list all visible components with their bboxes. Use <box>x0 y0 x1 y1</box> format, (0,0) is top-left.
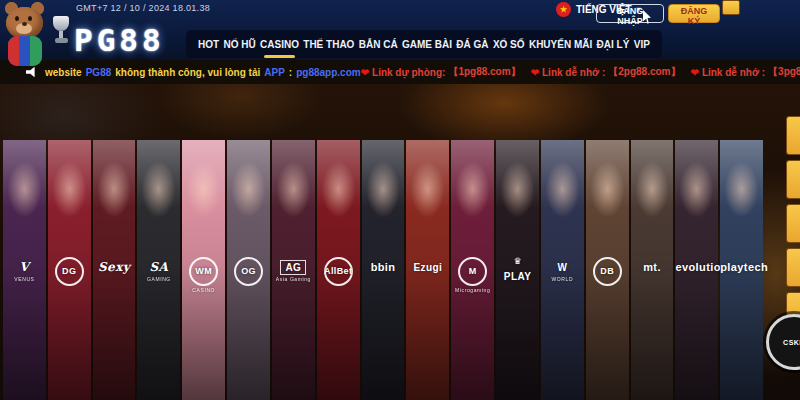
crown-icon: ♛ <box>496 257 539 266</box>
provider-name: playtech <box>720 261 768 273</box>
nav-item[interactable]: BẮN CÁ <box>359 39 398 50</box>
provider-logo: OG <box>227 257 270 286</box>
provider-name: OG <box>234 257 263 286</box>
provider-logo: DB <box>586 257 629 286</box>
contact-sidebar <box>786 116 800 331</box>
backup-link[interactable]: ❤ Link dễ nhớ : 【3pg88.com】 <box>690 65 800 79</box>
pg88-casino-page: PG88 GMT+7 12 / 10 / 2024 18.01.38 ★ TIẾ… <box>0 0 800 400</box>
provider-name: W <box>557 262 567 273</box>
vietnam-flag-icon: ★ <box>556 2 571 17</box>
provider-strip[interactable]: AG Asia Gaming <box>272 140 315 400</box>
provider-subtitle: Asia Gaming <box>272 277 315 283</box>
contact-button[interactable] <box>786 160 800 199</box>
heart-icon: ❤ <box>531 67 539 78</box>
gmt-timestamp: GMT+7 12 / 10 / 2024 18.01.38 <box>76 3 210 13</box>
backup-link-label: Link dễ nhớ : <box>702 67 765 78</box>
provider-logo: ♛ PLAY <box>496 257 539 284</box>
provider-logo: WM CASINO <box>182 257 225 294</box>
provider-subtitle: GAMING <box>137 277 180 283</box>
provider-strip[interactable]: mt. <box>631 140 674 400</box>
contact-button[interactable] <box>786 116 800 155</box>
nav-item[interactable]: ĐÁ GÀ <box>456 39 488 50</box>
backup-link-label: Link dễ nhớ : <box>542 67 605 78</box>
provider-name: V <box>20 260 30 274</box>
provider-strip[interactable]: DB <box>586 140 629 400</box>
nav-item[interactable]: THỂ THAO <box>303 39 354 50</box>
provider-logo: W WORLD <box>541 257 584 282</box>
notice-text: không thành công, vui lòng tải <box>115 67 260 78</box>
provider-name: Sexy <box>98 260 130 274</box>
trophy-icon <box>52 16 70 50</box>
provider-name: AG <box>280 260 306 275</box>
provider-name: SA <box>150 260 169 274</box>
announcement-bar: website PG88 không thành công, vui lòng … <box>0 60 800 84</box>
backup-link-label: Link dự phòng: <box>372 67 445 78</box>
backup-link[interactable]: ❤ Link dễ nhớ : 【2pg88.com】 <box>531 65 681 79</box>
provider-strip[interactable]: SA GAMING <box>137 140 180 400</box>
provider-name: DB <box>593 257 622 286</box>
provider-strips: V VENUS DG Sexy <box>3 140 763 400</box>
backup-link-url: 【3pg88.com】 <box>768 65 800 79</box>
main-nav: HOTNỔ HŨCASINOTHỂ THAOBẮN CÁGAME BÀIĐÁ G… <box>186 30 662 58</box>
provider-strip[interactable]: Sexy <box>93 140 136 400</box>
heart-icon: ❤ <box>690 67 698 78</box>
notice-colon: : <box>289 67 292 78</box>
provider-logo: bbin <box>362 257 405 275</box>
backup-links: ❤ Link dự phòng: 【1pg88.com】 ❤ Link dễ n… <box>361 65 800 79</box>
provider-logo: SA GAMING <box>137 257 180 282</box>
provider-strip[interactable]: M Microgaming <box>451 140 494 400</box>
provider-strip[interactable]: W WORLD <box>541 140 584 400</box>
contact-button[interactable] <box>786 248 800 287</box>
backup-link-url: 【1pg88.com】 <box>448 65 520 79</box>
provider-logo: AllBet <box>317 257 360 286</box>
nav-item[interactable]: GAME BÀI <box>402 39 452 50</box>
provider-name: bbin <box>371 261 396 273</box>
contact-button[interactable] <box>786 204 800 243</box>
provider-subtitle: VENUS <box>3 277 46 283</box>
nav-item[interactable]: VIP <box>634 39 650 50</box>
provider-strip[interactable]: ♛ PLAY <box>496 140 539 400</box>
provider-strip[interactable]: Ezugi <box>406 140 449 400</box>
support-button[interactable]: CSKH <box>766 314 800 370</box>
register-button[interactable]: ĐĂNG KÝ <box>668 4 720 23</box>
provider-name: WM <box>189 257 218 286</box>
nav-item[interactable]: XỔ SỐ <box>493 39 525 50</box>
backup-link[interactable]: ❤ Link dự phòng: 【1pg88.com】 <box>361 65 521 79</box>
nav-item[interactable]: NỔ HŨ <box>223 39 255 50</box>
mascot-bear-right-icon <box>0 0 56 80</box>
promo-button[interactable] <box>722 0 740 15</box>
provider-subtitle: WORLD <box>541 277 584 283</box>
provider-strip[interactable]: OG <box>227 140 270 400</box>
provider-logo: Evolution <box>675 257 718 275</box>
provider-logo: mt. <box>631 257 674 275</box>
provider-strip[interactable]: V VENUS <box>3 140 46 400</box>
provider-name: Ezugi <box>414 262 443 273</box>
provider-name: AllBet <box>324 257 353 286</box>
provider-name: DG <box>55 257 84 286</box>
provider-name: M <box>458 257 487 286</box>
pg88-logo[interactable]: PG88 <box>74 22 165 58</box>
header: PG88 GMT+7 12 / 10 / 2024 18.01.38 ★ TIẾ… <box>0 0 800 60</box>
notice-brand: PG88 <box>86 67 112 78</box>
provider-logo: M Microgaming <box>451 257 494 294</box>
nav-item[interactable]: HOT <box>198 39 219 50</box>
provider-strip[interactable]: Evolution <box>675 140 718 400</box>
nav-item[interactable]: CASINO <box>260 39 299 50</box>
provider-logo: DG <box>48 257 91 286</box>
provider-subtitle: CASINO <box>182 288 225 294</box>
heart-icon: ❤ <box>361 67 369 78</box>
app-link[interactable]: pg88app.com <box>296 67 360 78</box>
provider-strip[interactable]: AllBet <box>317 140 360 400</box>
provider-strip[interactable]: WM CASINO <box>182 140 225 400</box>
provider-strip[interactable]: bbin <box>362 140 405 400</box>
announcement-notice: website PG88 không thành công, vui lòng … <box>26 67 361 78</box>
nav-item[interactable]: ĐẠI LÝ <box>597 39 630 50</box>
provider-name: mt. <box>643 261 661 273</box>
backup-link-url: 【2pg88.com】 <box>608 65 680 79</box>
provider-strip[interactable]: playtech <box>720 140 763 400</box>
provider-strip[interactable]: DG <box>48 140 91 400</box>
nav-item[interactable]: KHUYẾN MÃI <box>529 39 592 50</box>
login-button[interactable]: ĐĂNG NHẬP <box>596 4 664 23</box>
provider-subtitle: Microgaming <box>451 288 494 294</box>
provider-logo: V VENUS <box>3 257 46 282</box>
